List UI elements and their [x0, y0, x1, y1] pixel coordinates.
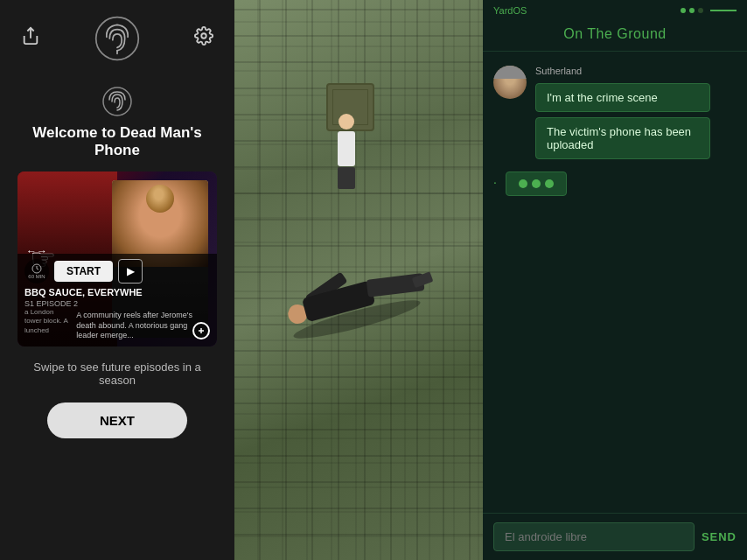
- signal-dot-1: [681, 8, 686, 13]
- send-button[interactable]: SEND: [702, 530, 737, 543]
- next-button[interactable]: NEXT: [47, 402, 187, 438]
- battery-indicator: [710, 10, 737, 11]
- chat-title: On The Ground: [563, 26, 666, 41]
- episode-indicator: [192, 322, 210, 340]
- chat-input-bar: SEND: [483, 513, 747, 560]
- welcome-section: Welcome to Dead Man's Phone ☞ ←→: [0, 86, 234, 346]
- bullet-dot: ·: [493, 175, 497, 189]
- episode-title: BBQ SAUCE, EVERYWHE: [24, 287, 210, 298]
- chat-title-bar: On The Ground: [483, 21, 747, 52]
- preview-play-button[interactable]: ▶: [118, 259, 143, 284]
- welcome-title: Welcome to Dead Man's Phone: [17, 124, 217, 159]
- avatar-sutherland: [493, 66, 527, 99]
- signal-area: [681, 8, 737, 13]
- episode-timer: 60 MIN: [24, 259, 49, 284]
- chat-messages: Sutherland I'm at the crime scene The vi…: [483, 52, 747, 513]
- standing-figure: [326, 114, 366, 192]
- message-bubble-1: I'm at the crime scene: [535, 83, 710, 112]
- sender-name: Sutherland: [535, 66, 710, 76]
- typing-dot-1: [519, 179, 527, 188]
- typing-row: ·: [493, 172, 737, 196]
- typing-indicator: [506, 172, 567, 196]
- message-row-1: Sutherland I'm at the crime scene The vi…: [493, 66, 737, 159]
- typing-dot-2: [532, 179, 541, 188]
- carrier-name: YardOS: [493, 5, 527, 16]
- episode-desc: A community reels after Jerome's death a…: [76, 311, 210, 341]
- chat-input[interactable]: [493, 522, 695, 551]
- episode-meta: S1 EPISODE 2: [24, 299, 210, 308]
- episode-desc-short: a London tower block. A lunched: [24, 308, 71, 341]
- status-bar: YardOS: [483, 0, 747, 21]
- message-bubble-2: The victim's phone has been uploaded: [535, 117, 710, 159]
- top-bar: [0, 0, 234, 77]
- panel-left: Welcome to Dead Man's Phone ☞ ←→: [0, 0, 234, 560]
- signal-dot-2: [689, 8, 695, 13]
- crime-scene-background: [234, 0, 483, 560]
- messages-group: Sutherland I'm at the crime scene The vi…: [535, 66, 710, 159]
- share-icon[interactable]: [21, 26, 40, 51]
- start-button[interactable]: START: [54, 261, 113, 282]
- panel-right: YardOS On The Ground Sutherland I'm at t…: [483, 0, 747, 560]
- typing-dot-3: [545, 179, 554, 188]
- panel-middle: [234, 0, 483, 560]
- svg-point-3: [201, 33, 206, 38]
- swipe-hint: Swipe to see future episodes in a season: [0, 360, 234, 387]
- episode-info-bar: 60 MIN START ▶ BBQ SAUCE, EVERYWHE S1 EP…: [17, 254, 217, 346]
- episode-card: ☞ ←→ 60 MIN START ▶: [17, 172, 217, 346]
- fingerprint-logo: [91, 12, 143, 65]
- settings-icon[interactable]: [194, 26, 213, 51]
- signal-dot-3: [698, 8, 703, 13]
